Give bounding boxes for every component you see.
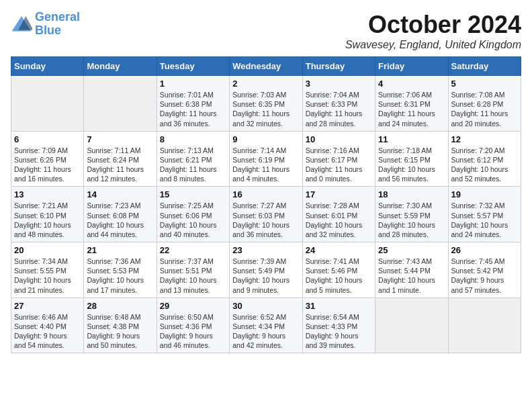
day-info: Sunrise: 6:50 AM Sunset: 4:36 PM Dayligh… [160, 312, 226, 351]
day-info: Sunrise: 7:45 AM Sunset: 5:42 PM Dayligh… [451, 257, 518, 295]
day-info: Sunrise: 7:11 AM Sunset: 6:24 PM Dayligh… [87, 146, 153, 184]
day-header-saturday: Saturday [448, 57, 521, 76]
day-info: Sunrise: 6:46 AM Sunset: 4:40 PM Dayligh… [14, 312, 81, 351]
day-header-wednesday: Wednesday [230, 57, 302, 76]
day-number: 8 [160, 134, 226, 144]
day-number: 26 [451, 245, 518, 255]
day-number: 22 [160, 245, 226, 255]
calendar-cell [448, 298, 521, 353]
day-number: 17 [306, 189, 372, 199]
calendar-cell: 25Sunrise: 7:43 AM Sunset: 5:44 PM Dayli… [375, 242, 448, 298]
calendar-cell: 28Sunrise: 6:48 AM Sunset: 4:38 PM Dayli… [84, 298, 157, 353]
calendar-cell: 21Sunrise: 7:36 AM Sunset: 5:53 PM Dayli… [84, 242, 157, 298]
day-number: 21 [87, 245, 153, 255]
calendar-week-row: 13Sunrise: 7:21 AM Sunset: 6:10 PM Dayli… [11, 187, 521, 242]
day-number: 14 [87, 189, 153, 199]
calendar-cell: 26Sunrise: 7:45 AM Sunset: 5:42 PM Dayli… [448, 242, 521, 298]
calendar-table: SundayMondayTuesdayWednesdayThursdayFrid… [11, 56, 521, 353]
calendar-cell: 12Sunrise: 7:20 AM Sunset: 6:12 PM Dayli… [448, 131, 521, 187]
day-info: Sunrise: 7:04 AM Sunset: 6:33 PM Dayligh… [306, 90, 372, 128]
day-number: 16 [232, 189, 299, 199]
day-info: Sunrise: 7:34 AM Sunset: 5:55 PM Dayligh… [14, 257, 81, 295]
title-block: October 2024 Swavesey, England, United K… [345, 11, 521, 51]
calendar-cell: 24Sunrise: 7:41 AM Sunset: 5:46 PM Dayli… [302, 242, 375, 298]
calendar-cell: 15Sunrise: 7:25 AM Sunset: 6:06 PM Dayli… [157, 187, 229, 242]
calendar-cell: 18Sunrise: 7:30 AM Sunset: 5:59 PM Dayli… [375, 187, 448, 242]
day-info: Sunrise: 7:18 AM Sunset: 6:15 PM Dayligh… [378, 146, 445, 184]
day-number: 27 [14, 301, 81, 311]
month-title: October 2024 [345, 11, 521, 39]
day-number: 30 [232, 301, 299, 311]
day-info: Sunrise: 7:25 AM Sunset: 6:06 PM Dayligh… [160, 201, 226, 239]
day-number: 24 [306, 245, 372, 255]
day-info: Sunrise: 7:01 AM Sunset: 6:38 PM Dayligh… [160, 90, 226, 128]
day-info: Sunrise: 7:09 AM Sunset: 6:26 PM Dayligh… [14, 146, 81, 184]
day-number: 31 [306, 301, 372, 311]
calendar-cell: 19Sunrise: 7:32 AM Sunset: 5:57 PM Dayli… [448, 187, 521, 242]
day-header-monday: Monday [84, 57, 157, 76]
day-info: Sunrise: 6:52 AM Sunset: 4:34 PM Dayligh… [232, 312, 299, 351]
calendar-week-row: 27Sunrise: 6:46 AM Sunset: 4:40 PM Dayli… [11, 298, 521, 353]
day-info: Sunrise: 7:43 AM Sunset: 5:44 PM Dayligh… [378, 257, 445, 295]
calendar-cell: 2Sunrise: 7:03 AM Sunset: 6:35 PM Daylig… [230, 76, 302, 132]
calendar-cell: 1Sunrise: 7:01 AM Sunset: 6:38 PM Daylig… [157, 76, 229, 132]
page-header: General Blue October 2024 Swavesey, Engl… [11, 11, 521, 51]
day-info: Sunrise: 7:30 AM Sunset: 5:59 PM Dayligh… [378, 201, 445, 239]
calendar-cell: 6Sunrise: 7:09 AM Sunset: 6:26 PM Daylig… [11, 131, 84, 187]
day-info: Sunrise: 7:06 AM Sunset: 6:31 PM Dayligh… [378, 90, 445, 128]
calendar-cell: 10Sunrise: 7:16 AM Sunset: 6:17 PM Dayli… [302, 131, 375, 187]
day-number: 2 [232, 79, 299, 89]
calendar-cell: 5Sunrise: 7:08 AM Sunset: 6:28 PM Daylig… [448, 76, 521, 132]
day-number: 9 [232, 134, 299, 144]
day-number: 13 [14, 189, 81, 199]
calendar-cell: 29Sunrise: 6:50 AM Sunset: 4:36 PM Dayli… [157, 298, 229, 353]
day-info: Sunrise: 7:13 AM Sunset: 6:21 PM Dayligh… [160, 146, 226, 184]
day-number: 18 [378, 189, 445, 199]
logo: General Blue [11, 11, 80, 38]
calendar-cell: 20Sunrise: 7:34 AM Sunset: 5:55 PM Dayli… [11, 242, 84, 298]
day-number: 1 [160, 79, 226, 89]
day-info: Sunrise: 7:21 AM Sunset: 6:10 PM Dayligh… [14, 201, 81, 239]
day-info: Sunrise: 7:20 AM Sunset: 6:12 PM Dayligh… [451, 146, 518, 184]
calendar-cell: 9Sunrise: 7:14 AM Sunset: 6:19 PM Daylig… [230, 131, 302, 187]
day-info: Sunrise: 7:08 AM Sunset: 6:28 PM Dayligh… [451, 90, 518, 128]
calendar-cell: 30Sunrise: 6:52 AM Sunset: 4:34 PM Dayli… [230, 298, 302, 353]
day-info: Sunrise: 7:32 AM Sunset: 5:57 PM Dayligh… [451, 201, 518, 239]
day-header-tuesday: Tuesday [157, 57, 229, 76]
calendar-cell: 31Sunrise: 6:54 AM Sunset: 4:33 PM Dayli… [302, 298, 375, 353]
day-info: Sunrise: 7:14 AM Sunset: 6:19 PM Dayligh… [232, 146, 299, 184]
day-info: Sunrise: 6:48 AM Sunset: 4:38 PM Dayligh… [87, 312, 153, 351]
day-number: 20 [14, 245, 81, 255]
day-number: 12 [451, 134, 518, 144]
day-number: 11 [378, 134, 445, 144]
location: Swavesey, England, United Kingdom [345, 39, 521, 51]
calendar-cell [11, 76, 84, 132]
day-info: Sunrise: 7:16 AM Sunset: 6:17 PM Dayligh… [306, 146, 372, 184]
day-info: Sunrise: 6:54 AM Sunset: 4:33 PM Dayligh… [306, 312, 372, 351]
calendar-cell: 7Sunrise: 7:11 AM Sunset: 6:24 PM Daylig… [84, 131, 157, 187]
day-number: 15 [160, 189, 226, 199]
day-number: 10 [306, 134, 372, 144]
calendar-week-row: 1Sunrise: 7:01 AM Sunset: 6:38 PM Daylig… [11, 76, 521, 132]
day-number: 7 [87, 134, 153, 144]
day-number: 6 [14, 134, 81, 144]
calendar-cell: 8Sunrise: 7:13 AM Sunset: 6:21 PM Daylig… [157, 131, 229, 187]
calendar-cell [84, 76, 157, 132]
calendar-cell: 27Sunrise: 6:46 AM Sunset: 4:40 PM Dayli… [11, 298, 84, 353]
day-number: 5 [451, 79, 518, 89]
calendar-header-row: SundayMondayTuesdayWednesdayThursdayFrid… [11, 57, 521, 76]
calendar-cell: 3Sunrise: 7:04 AM Sunset: 6:33 PM Daylig… [302, 76, 375, 132]
calendar-cell: 23Sunrise: 7:39 AM Sunset: 5:49 PM Dayli… [230, 242, 302, 298]
logo-text: General Blue [35, 11, 80, 38]
calendar-week-row: 20Sunrise: 7:34 AM Sunset: 5:55 PM Dayli… [11, 242, 521, 298]
day-header-friday: Friday [375, 57, 448, 76]
day-info: Sunrise: 7:27 AM Sunset: 6:03 PM Dayligh… [232, 201, 299, 239]
calendar-cell [375, 298, 448, 353]
day-info: Sunrise: 7:41 AM Sunset: 5:46 PM Dayligh… [306, 257, 372, 295]
day-info: Sunrise: 7:36 AM Sunset: 5:53 PM Dayligh… [87, 257, 153, 295]
calendar-cell: 16Sunrise: 7:27 AM Sunset: 6:03 PM Dayli… [230, 187, 302, 242]
day-info: Sunrise: 7:03 AM Sunset: 6:35 PM Dayligh… [232, 90, 299, 128]
calendar-cell: 13Sunrise: 7:21 AM Sunset: 6:10 PM Dayli… [11, 187, 84, 242]
logo-icon [11, 15, 32, 34]
day-number: 3 [306, 79, 372, 89]
